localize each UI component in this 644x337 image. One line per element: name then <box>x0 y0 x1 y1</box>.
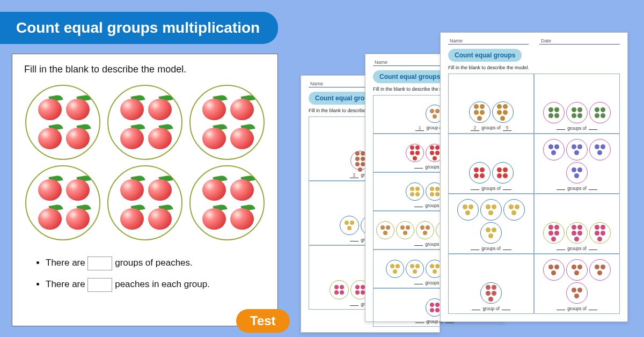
peach-icon <box>229 175 255 201</box>
mini-groups-icon <box>480 282 502 304</box>
peach-icon <box>37 175 63 201</box>
peach-icon <box>37 204 63 230</box>
fill-line-2: There are peaches in each group. <box>46 278 266 292</box>
mini-groups-icon <box>537 139 617 184</box>
peach-groups <box>24 85 266 240</box>
peach-icon <box>147 175 173 201</box>
peach-group-circle <box>189 85 265 160</box>
worksheet-caption: groups of <box>555 126 598 131</box>
peach-icon <box>37 94 63 120</box>
peach-icon <box>119 123 145 149</box>
peach-icon <box>65 123 91 149</box>
peach-group-circle <box>25 85 100 160</box>
mini-groups-icon <box>543 222 611 244</box>
peach-group-circle <box>107 165 182 240</box>
page-title: Count equal groups multiplication <box>0 12 278 44</box>
name-field-label: Name <box>448 38 529 45</box>
blank-input-per-group[interactable] <box>87 278 112 292</box>
fill-in-list: There are groups of peaches. There are p… <box>24 257 266 292</box>
peach-icon <box>147 123 173 149</box>
peach-group-circle <box>25 165 100 240</box>
worksheet-problem-cell: groups of <box>534 194 620 254</box>
peach-icon <box>37 123 63 149</box>
mini-groups-icon <box>469 101 514 123</box>
worksheet-caption: groups of <box>555 246 598 251</box>
worksheet-title: Count equal groups <box>373 70 447 83</box>
peach-icon <box>65 94 91 120</box>
worksheet-problem-cell: groups of <box>534 74 620 134</box>
peach-icon <box>201 204 227 230</box>
worksheet-caption: groups of <box>555 306 598 311</box>
peach-icon <box>119 204 145 230</box>
peach-group-circle <box>107 85 182 160</box>
worksheet-problem-cell: 2 groups of 5 <box>448 74 534 134</box>
fill-line-1: There are groups of peaches. <box>46 257 266 270</box>
worksheet-problem-cell: groups of <box>448 134 534 194</box>
mini-groups-icon <box>451 199 531 244</box>
blank-input-groups[interactable] <box>87 257 112 270</box>
worksheet-caption: groups of <box>555 186 598 191</box>
worksheet-problem-cell: group of <box>448 254 534 314</box>
worksheet-problem-cell: groups of <box>534 254 620 314</box>
peach-icon <box>119 94 145 120</box>
worksheet-caption: group of <box>471 306 511 311</box>
peach-icon <box>147 204 173 230</box>
mini-groups-icon <box>537 259 617 304</box>
test-badge: Test <box>236 309 290 333</box>
worksheet-stack: Name Count equal groups Fill in the blan… <box>301 32 633 333</box>
worksheet-problem-cell: groups of <box>448 194 534 254</box>
peach-icon <box>201 175 227 201</box>
test-panel: Fill in the blank to describe the model.… <box>12 54 278 326</box>
peach-group-circle <box>189 165 265 240</box>
worksheet-caption: groups of <box>470 246 513 251</box>
worksheet-grid: 2 groups of 5 groups of groups of groups… <box>448 74 620 314</box>
mini-groups-icon <box>469 162 514 184</box>
worksheet-title: Count equal groups <box>448 49 522 62</box>
peach-icon <box>65 204 91 230</box>
worksheet-problem-cell: groups of <box>534 134 620 194</box>
peach-icon <box>201 123 227 149</box>
worksheet-caption: 2 groups of 5 <box>470 125 513 131</box>
worksheet-page-front: Name Date Count equal groups Fill in the… <box>440 32 628 322</box>
peach-icon <box>229 94 255 120</box>
peach-icon <box>229 204 255 230</box>
peach-icon <box>147 94 173 120</box>
test-instruction: Fill in the blank to describe the model. <box>24 64 266 75</box>
worksheet-instruction: Fill in the blank to describe the model. <box>448 65 620 70</box>
peach-icon <box>229 123 255 149</box>
worksheet-caption: groups of <box>470 186 513 191</box>
peach-icon <box>201 94 227 120</box>
date-field-label: Date <box>539 38 620 45</box>
peach-icon <box>65 175 91 201</box>
peach-icon <box>119 175 145 201</box>
mini-groups-icon <box>543 102 611 123</box>
